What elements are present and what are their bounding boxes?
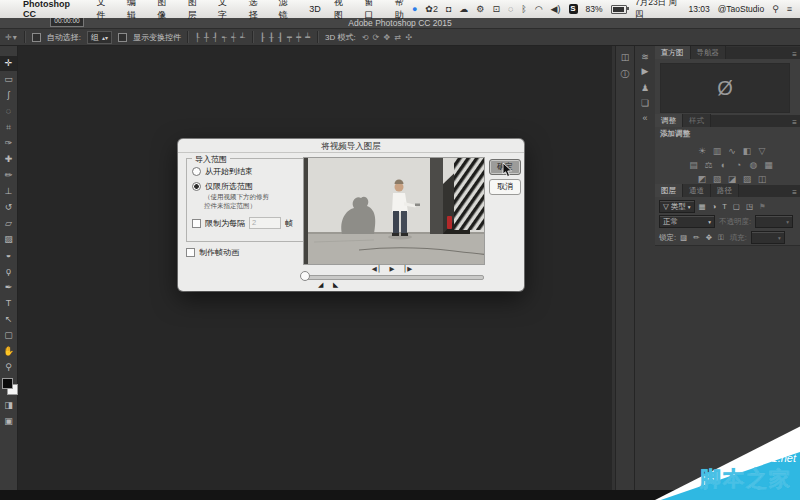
- type-tool[interactable]: T: [0, 296, 17, 311]
- menu-help[interactable]: 帮助: [395, 0, 412, 22]
- battery-icon[interactable]: [611, 5, 627, 14]
- tab-layers[interactable]: 图层: [655, 184, 683, 197]
- fill-select[interactable]: ▾: [751, 231, 785, 244]
- limit-frames-label[interactable]: 限制为每隔: [205, 218, 245, 229]
- info-panel-icon[interactable]: ⓘ: [616, 68, 634, 81]
- screen-mode-button[interactable]: ▣: [0, 414, 17, 429]
- wifi-icon[interactable]: ◠: [535, 5, 543, 14]
- clone-stamp-tool[interactable]: ⊥: [0, 184, 17, 199]
- menu-time[interactable]: 13:03: [688, 4, 709, 14]
- shape-tool[interactable]: ▢: [0, 328, 17, 343]
- make-frame-animation-label[interactable]: 制作帧动画: [199, 247, 239, 258]
- menu-view[interactable]: 视图: [334, 0, 351, 22]
- sync-icon[interactable]: ◌: [508, 5, 513, 14]
- panel-menu-icon[interactable]: ≡: [792, 50, 800, 59]
- crop-tool[interactable]: ⌗: [0, 120, 17, 135]
- foreground-color-swatch[interactable]: [2, 378, 13, 389]
- layer-filter-dropdown[interactable]: ▽ 类型▾: [659, 200, 695, 213]
- opacity-select[interactable]: ▾: [755, 215, 793, 228]
- menu-app-name[interactable]: Photoshop CC: [23, 0, 83, 19]
- trim-in-handle[interactable]: ◢: [318, 281, 323, 289]
- 3d-panel-icon[interactable]: ❏: [636, 98, 654, 108]
- tab-styles[interactable]: 样式: [683, 114, 711, 127]
- tab-navigator[interactable]: 导航器: [691, 46, 727, 59]
- timeline-panel-icon[interactable]: ▶: [636, 66, 654, 76]
- menu-layer[interactable]: 图层: [188, 0, 205, 22]
- make-frame-animation-checkbox[interactable]: [186, 248, 195, 257]
- quick-mask-button[interactable]: ◨: [0, 398, 17, 413]
- blend-mode-select[interactable]: 正常▾: [659, 215, 715, 228]
- brushes-panel-icon[interactable]: ≋: [636, 52, 654, 62]
- tab-paths[interactable]: 路径: [711, 184, 739, 197]
- radio-from-beginning-label[interactable]: 从开始到结束: [205, 166, 253, 177]
- menu-type[interactable]: 文字: [218, 0, 235, 22]
- spotlight-icon[interactable]: ⚲: [772, 5, 779, 14]
- collapse-panels-icon[interactable]: «: [636, 113, 654, 123]
- paw-icon[interactable]: ✿2: [425, 5, 438, 14]
- gear-icon[interactable]: ⚙: [476, 5, 484, 14]
- notification-center-icon[interactable]: ≡: [787, 5, 792, 14]
- trim-out-handle[interactable]: ◣: [333, 281, 338, 289]
- auto-select-checkbox[interactable]: [32, 33, 41, 42]
- volume-icon[interactable]: ◀): [551, 5, 561, 14]
- move-tool[interactable]: ✛: [0, 56, 17, 71]
- move-tool-preset-icon[interactable]: ✛▾: [5, 33, 18, 42]
- path-select-tool[interactable]: ↖: [0, 312, 17, 327]
- step-forward-button[interactable]: ▕▶: [400, 265, 414, 272]
- lock-buttons[interactable]: ▨ ✏ ✥ ⚿: [680, 233, 726, 243]
- hand-tool[interactable]: ✋: [0, 344, 17, 359]
- gradient-map-icon[interactable]: ▨: [740, 174, 755, 184]
- menu-user[interactable]: @TaoStudio: [718, 4, 764, 14]
- cloud-icon[interactable]: ☁: [459, 5, 468, 14]
- cancel-button[interactable]: 取消: [489, 179, 521, 195]
- menu-file[interactable]: 文件: [96, 0, 113, 22]
- menu-edit[interactable]: 编辑: [127, 0, 144, 22]
- pen-tool[interactable]: ✒: [0, 280, 17, 295]
- menu-date[interactable]: 7月23日 周四: [635, 0, 680, 21]
- tab-adjustments[interactable]: 调整: [655, 114, 683, 127]
- 3d-mode-buttons[interactable]: ⟲ ⟳ ✥ ⇄ ✣: [362, 33, 413, 42]
- radio-from-beginning[interactable]: [192, 167, 201, 176]
- zoom-tool[interactable]: ⚲: [0, 360, 17, 375]
- lasso-tool[interactable]: ʃ: [0, 88, 17, 103]
- menu-filter[interactable]: 滤镜: [279, 0, 296, 22]
- menu-window[interactable]: 窗口: [364, 0, 381, 22]
- brush-tool[interactable]: ✏: [0, 168, 17, 183]
- update-badge-icon[interactable]: ●: [412, 5, 417, 14]
- display-icon[interactable]: ⊡: [492, 5, 500, 14]
- gradient-tool[interactable]: ▨: [0, 232, 17, 247]
- history-brush-tool[interactable]: ↺: [0, 200, 17, 215]
- panel-menu-icon[interactable]: ≡: [792, 188, 800, 197]
- layer-filter-buttons[interactable]: ▦ ◑ T ▢ ◳: [699, 202, 755, 211]
- radio-selected-range[interactable]: [192, 182, 201, 191]
- tab-channels[interactable]: 通道: [683, 184, 711, 197]
- bluetooth-icon[interactable]: ᛒ: [521, 5, 526, 14]
- video-scrub-handle[interactable]: [300, 271, 310, 281]
- menu-3d[interactable]: 3D: [309, 4, 321, 14]
- invert-icon[interactable]: ◩: [695, 174, 710, 184]
- menu-select[interactable]: 选择: [248, 0, 265, 22]
- marquee-tool[interactable]: ▭: [0, 72, 17, 87]
- show-transform-checkbox[interactable]: [118, 33, 127, 42]
- histogram-panel-icon[interactable]: ◫: [616, 52, 634, 62]
- distribute-buttons[interactable]: ┠ ╂ ┨ ┯ ┿ ┷: [260, 33, 311, 42]
- eraser-tool[interactable]: ▱: [0, 216, 17, 231]
- character-panel-icon[interactable]: ♟: [636, 83, 654, 93]
- align-buttons[interactable]: ┞ ╀ ┦ ┭ ┽ ┵: [195, 33, 246, 42]
- blur-tool[interactable]: ◒: [0, 248, 17, 263]
- limit-frames-input[interactable]: 2: [249, 217, 281, 229]
- posterize-icon[interactable]: ▧: [710, 174, 725, 184]
- selective-color-icon[interactable]: ◫: [755, 174, 770, 184]
- camera-icon[interactable]: ◘: [446, 5, 451, 14]
- panel-menu-icon[interactable]: ≡: [792, 118, 800, 127]
- filter-toggle-icon[interactable]: ⚑: [759, 202, 766, 211]
- threshold-icon[interactable]: ◪: [725, 174, 740, 184]
- input-method-icon[interactable]: S: [569, 4, 578, 14]
- limit-frames-checkbox[interactable]: [192, 219, 201, 228]
- eyedropper-tool[interactable]: ✑: [0, 136, 17, 151]
- step-back-button[interactable]: ◀▏: [372, 265, 386, 272]
- tab-histogram[interactable]: 直方图: [655, 46, 691, 59]
- video-scrub-track[interactable]: [304, 275, 484, 280]
- auto-select-dropdown[interactable]: 组▴▾: [87, 31, 112, 44]
- quick-selection-tool[interactable]: ◌: [0, 104, 17, 119]
